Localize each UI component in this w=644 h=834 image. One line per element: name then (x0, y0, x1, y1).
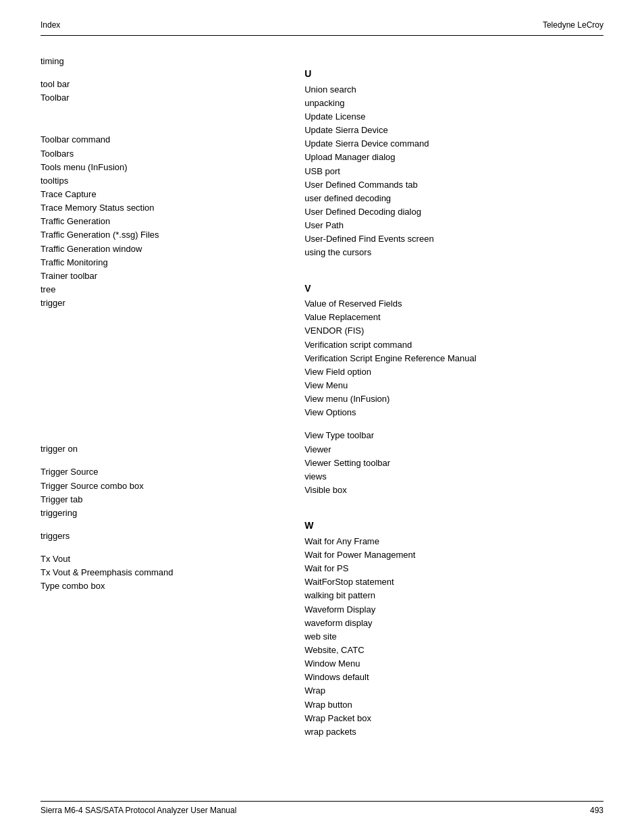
left-entry-15: Traffic Generation window (41, 242, 277, 256)
right-entry-1-7: View menu (InFusion) (304, 392, 603, 406)
content-area: timingtool barToolbarToolbar commandTool… (41, 55, 603, 739)
right-entry-2-12: Wrap button (304, 698, 603, 712)
spacer-40 (41, 520, 277, 529)
page-footer: Sierra M6-4 SAS/SATA Protocol Analyzer U… (41, 801, 603, 815)
spacer-35 (41, 456, 277, 465)
right-entry-1-6: View Menu (304, 379, 603, 392)
spacer-5 (41, 114, 277, 124)
right-entry-1-1: Value Replacement (304, 311, 603, 324)
right-entry-2-4: walking bit pattern (304, 589, 603, 602)
left-entry-18: tree (41, 283, 277, 296)
left-entry-43: Tx Vout (41, 552, 277, 566)
right-column: UUnion searchunpackingUpdate LicenseUpda… (291, 55, 603, 739)
left-entry-10: tooltips (41, 174, 277, 188)
left-entry-39: triggering (41, 506, 277, 520)
left-entry-45: Type combo box (41, 579, 277, 593)
right-entry-0-2: Update License (304, 110, 603, 124)
left-entry-8: Toolbars (41, 147, 277, 161)
left-entry-34: trigger on (41, 442, 277, 456)
right-entry-1-11: Viewer (304, 443, 603, 457)
right-entry-0-0: Union search (304, 83, 603, 97)
right-entry-2-14: wrap packets (304, 725, 603, 739)
spacer-23 (41, 338, 277, 348)
spacer-20 (41, 310, 277, 319)
spacer-22 (41, 329, 277, 338)
right-entry-2-5: Waveform Display (304, 603, 603, 617)
right-entry-1-14: Visible box (304, 484, 603, 497)
right-entry-2-1: Wait for Power Management (304, 548, 603, 562)
left-entry-14: Traffic Generation (*.ssg) Files (41, 228, 277, 242)
right-entry-2-6: waveform display (304, 617, 603, 630)
section-spacer-0 (304, 260, 603, 269)
spacer-27 (41, 376, 277, 386)
left-entry-44: Tx Vout & Preemphasis command (41, 566, 277, 579)
right-entry-2-11: Wrap (304, 684, 603, 698)
left-entry-11: Trace Capture (41, 188, 277, 201)
left-entry-38: Trigger tab (41, 493, 277, 506)
spacer-1 (41, 68, 277, 78)
left-entry-2: tool bar (41, 78, 277, 91)
spacer-6 (41, 124, 277, 133)
left-entry-17: Trainer toolbar (41, 269, 277, 283)
right-entry-0-10: User Path (304, 219, 603, 232)
header-index-label: Index (41, 20, 60, 30)
section-spacer-1 (304, 497, 603, 506)
left-entry-19: trigger (41, 296, 277, 310)
spacer-24 (41, 348, 277, 357)
right-entry-1-10: View Type toolbar (304, 429, 603, 442)
right-entry-0-8: user defined decoding (304, 192, 603, 205)
right-entry-1-0: Value of Reserved Fields (304, 297, 603, 311)
left-entry-9: Tools menu (InFusion) (41, 161, 277, 174)
right-entry-1-8: View Options (304, 406, 603, 419)
spacer-31 (41, 414, 277, 423)
left-column: timingtool barToolbarToolbar commandTool… (41, 55, 291, 739)
left-entry-12: Trace Memory Status section (41, 201, 277, 215)
right-entry-2-2: Wait for PS (304, 562, 603, 575)
right-entry-0-12: using the cursors (304, 246, 603, 259)
right-entry-2-3: WaitForStop statement (304, 575, 603, 589)
right-entry-0-9: User Defined Decoding dialog (304, 205, 603, 219)
right-entry-0-1: unpacking (304, 97, 603, 110)
right-entry-1-5: View Field option (304, 365, 603, 379)
left-entry-37: Trigger Source combo box (41, 479, 277, 493)
right-entry-0-5: Upload Manager dialog (304, 151, 603, 164)
section-letter-V: V (304, 282, 603, 296)
spacer-25 (41, 357, 277, 367)
spacer-33 (41, 433, 277, 442)
left-entry-13: Traffic Generation (41, 215, 277, 228)
right-entry-1-12: Viewer Setting toolbar (304, 457, 603, 470)
header-company-label: Teledyne LeCroy (543, 20, 603, 30)
page-header: Index Teledyne LeCroy (41, 20, 603, 36)
right-entry-2-8: Website, CATC (304, 644, 603, 657)
right-entry-0-3: Update Sierra Device (304, 124, 603, 137)
right-entry-0-4: Update Sierra Device command (304, 137, 603, 151)
spacer-28 (41, 386, 277, 395)
right-entry-2-7: web site (304, 630, 603, 644)
spacer-30 (41, 405, 277, 414)
right-entry-2-9: Window Menu (304, 657, 603, 671)
right-entry-0-7: User Defined Commands tab (304, 178, 603, 192)
right-entry-0-11: User-Defined Find Events screen (304, 232, 603, 246)
right-entry-2-0: Wait for Any Frame (304, 535, 603, 548)
left-entry-0: timing (41, 55, 277, 68)
left-entry-36: Trigger Source (41, 465, 277, 479)
spacer-26 (41, 367, 277, 376)
right-entry-2-10: Windows default (304, 671, 603, 684)
right-entry-2-13: Wrap Packet box (304, 712, 603, 725)
right-entry-0-6: USB port (304, 165, 603, 178)
left-entry-16: Traffic Monitoring (41, 256, 277, 269)
page: Index Teledyne LeCroy timingtool barTool… (0, 0, 644, 834)
footer-manual-title: Sierra M6-4 SAS/SATA Protocol Analyzer U… (41, 806, 236, 815)
right-entry-1-13: views (304, 470, 603, 484)
spacer-32 (41, 423, 277, 433)
left-entry-7: Toolbar command (41, 133, 277, 147)
left-entry-41: triggers (41, 529, 277, 543)
spacer-21 (41, 319, 277, 329)
right-entry-1-3: Verification script command (304, 338, 603, 352)
right-entry-1-4: Verification Script Engine Reference Man… (304, 352, 603, 365)
section-letter-W: W (304, 519, 603, 533)
spacer-29 (41, 395, 277, 405)
spacer-42 (41, 543, 277, 552)
right-spacer-1-9 (304, 419, 603, 429)
left-entry-3: Toolbar (41, 91, 277, 105)
